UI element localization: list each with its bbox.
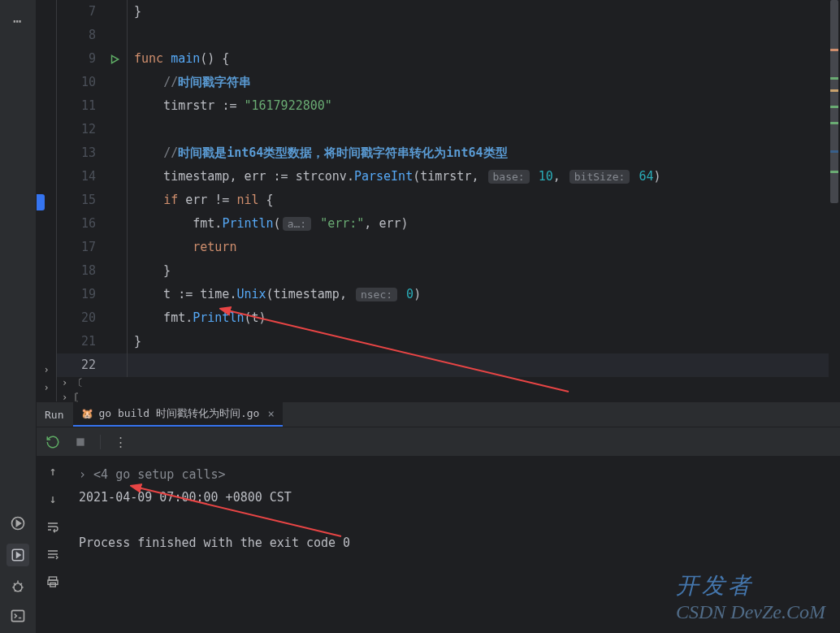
services-icon[interactable] — [9, 514, 27, 532]
go-file-icon: 🐹 — [81, 408, 93, 419]
inline-hint: a…: — [283, 217, 311, 231]
vertical-scrollbar[interactable] — [829, 0, 840, 401]
line-number: 16 — [57, 212, 102, 236]
run-tab-label: go build 时间戳转化为时间.go — [98, 406, 259, 421]
code-line[interactable]: 7} — [57, 0, 829, 24]
code-content[interactable]: return — [127, 236, 829, 259]
code-content[interactable]: } — [127, 0, 829, 24]
code-content[interactable]: fmt.Println(a…: "err:", err) — [127, 212, 829, 236]
svg-rect-10 — [48, 580, 58, 584]
console-output-line: Process finished with the exit code 0 — [79, 531, 830, 554]
svg-rect-8 — [76, 438, 84, 445]
code-content[interactable]: //时间戳字符串 — [127, 71, 829, 94]
console-output-line: 2021-04-09 07:00:00 +0800 CST — [79, 486, 830, 509]
line-number: 7 — [57, 0, 102, 24]
line-number: 19 — [57, 283, 102, 306]
line-number: 17 — [57, 236, 102, 259]
line-number: 14 — [57, 165, 102, 189]
more-vert-icon[interactable]: ⋮ — [112, 434, 128, 450]
code-line[interactable]: 17 return — [57, 236, 829, 259]
print-icon[interactable] — [45, 574, 61, 590]
code-line[interactable]: 15 if err != nil { — [57, 189, 829, 212]
run-gutter-icon[interactable] — [102, 47, 127, 71]
code-line[interactable]: 19 t := time.Unix(timestamp, nsec: 0) — [57, 283, 829, 306]
code-line[interactable]: 16 fmt.Println(a…: "err:", err) — [57, 212, 829, 236]
line-number: 12 — [57, 118, 102, 141]
more-icon[interactable]: ⋯ — [13, 12, 23, 29]
close-icon[interactable]: × — [267, 407, 274, 420]
line-number: 8 — [57, 24, 102, 47]
code-content[interactable]: //时间戳是int64类型数据，将时间戳字符串转化为int64类型 — [127, 141, 829, 165]
code-line[interactable]: 8 — [57, 24, 829, 47]
run-label[interactable]: Run — [45, 409, 63, 421]
rerun-icon[interactable] — [45, 434, 61, 450]
line-number: 11 — [57, 94, 102, 118]
code-content[interactable] — [127, 118, 829, 141]
breakpoint-strip[interactable] — [37, 194, 45, 210]
line-number: 15 — [57, 189, 102, 212]
code-line[interactable]: 10 //时间戳字符串 — [57, 71, 829, 94]
code-line[interactable]: 20 fmt.Println(t) — [57, 306, 829, 330]
console-gutter: ↑ ↓ — [37, 457, 69, 633]
code-line[interactable]: 21} — [57, 330, 829, 353]
scroll-end-icon[interactable] — [45, 546, 61, 562]
soft-wrap-icon[interactable] — [45, 518, 61, 535]
code-content[interactable]: } — [127, 259, 829, 283]
code-content[interactable]: } — [127, 330, 829, 353]
svg-marker-6 — [112, 55, 119, 63]
svg-rect-5 — [12, 610, 24, 621]
inline-hint: nsec: — [356, 288, 397, 301]
code-line[interactable]: 13 //时间戳是int64类型数据，将时间戳字符串转化为int64类型 — [57, 141, 829, 165]
debug-icon[interactable] — [9, 578, 27, 596]
svg-marker-1 — [16, 521, 20, 527]
svg-marker-3 — [17, 553, 21, 557]
line-number: 22 — [57, 353, 102, 377]
code-content[interactable]: func main() { — [127, 47, 829, 71]
run-panel-header: Run 🐹 go build 时间戳转化为时间.go × — [37, 401, 840, 427]
code-line[interactable]: 9func main() { — [57, 47, 829, 71]
run-toolbar: ⋮ — [37, 427, 840, 457]
code-content[interactable]: fmt.Println(t) — [127, 306, 829, 330]
line-number: 21 — [57, 330, 102, 353]
activity-bar: ⋯ — [0, 0, 37, 633]
line-number: 20 — [57, 306, 102, 330]
code-content[interactable]: t := time.Unix(timestamp, nsec: 0) — [127, 283, 829, 306]
fold-chevron-icon[interactable]: › — [79, 467, 93, 482]
code-line[interactable]: 22 — [57, 353, 829, 377]
line-number: 18 — [57, 259, 102, 283]
code-line[interactable]: 18 } — [57, 259, 829, 283]
line-number: 9 — [57, 47, 102, 71]
line-number: 10 — [57, 71, 102, 94]
run-icon[interactable] — [6, 544, 29, 566]
fold-region[interactable]: › 〔 › 〘 — [57, 377, 829, 401]
inline-hint: base: — [488, 170, 530, 184]
code-line[interactable]: 12 — [57, 118, 829, 141]
code-content[interactable] — [127, 353, 829, 377]
watermark: 开发者 CSDN DevZe.CoM — [676, 570, 825, 623]
code-content[interactable]: if err != nil { — [127, 189, 829, 212]
stop-icon[interactable] — [72, 434, 89, 450]
console[interactable]: ↑ ↓ › <4 go setup calls> 2021-04-09 07:0… — [37, 457, 840, 633]
terminal-icon[interactable] — [9, 607, 27, 625]
code-line[interactable]: 11 timrstr := "1617922800" — [57, 94, 829, 118]
down-arrow-icon[interactable]: ↓ — [45, 491, 61, 507]
run-tab[interactable]: 🐹 go build 时间戳转化为时间.go × — [73, 402, 282, 427]
editor-area[interactable]: › › 7}89func main() {10 //时间戳字符串11 timrs… — [37, 0, 840, 401]
code-content[interactable]: timrstr := "1617922800" — [127, 94, 829, 118]
line-number: 13 — [57, 141, 102, 165]
code-line[interactable]: 14 timestamp, err := strconv.ParseInt(ti… — [57, 165, 829, 189]
code-content[interactable] — [127, 24, 829, 47]
up-arrow-icon[interactable]: ↑ — [45, 463, 61, 479]
code-content[interactable]: timestamp, err := strconv.ParseInt(timrs… — [127, 165, 829, 189]
inline-hint: bitSize: — [569, 170, 630, 184]
